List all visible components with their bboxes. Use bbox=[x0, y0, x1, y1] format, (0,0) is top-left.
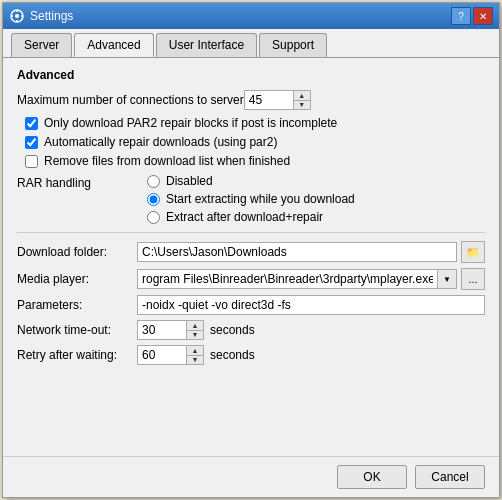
rar-radio-group: Disabled Start extracting while you down… bbox=[147, 174, 355, 224]
network-spin-buttons: ▲ ▼ bbox=[187, 320, 204, 340]
rar-extract-while-label: Start extracting while you download bbox=[166, 192, 355, 206]
network-timeout-input[interactable] bbox=[137, 320, 187, 340]
download-folder-input[interactable] bbox=[137, 242, 457, 262]
retry-spin-down[interactable]: ▼ bbox=[187, 355, 203, 364]
rar-extract-while-radio[interactable] bbox=[147, 193, 160, 206]
parameters-input[interactable] bbox=[137, 295, 485, 315]
retry-spinbox: ▲ ▼ bbox=[137, 345, 204, 365]
rar-extract-after-radio[interactable] bbox=[147, 211, 160, 224]
retry-spin-buttons: ▲ ▼ bbox=[187, 345, 204, 365]
footer: OK Cancel bbox=[3, 456, 499, 497]
tab-advanced[interactable]: Advanced bbox=[74, 33, 153, 57]
retry-seconds-label: seconds bbox=[210, 348, 255, 362]
title-bar-left: Settings bbox=[9, 8, 73, 24]
separator1 bbox=[17, 232, 485, 233]
media-player-row: Media player: ▼ ... bbox=[17, 268, 485, 290]
checkbox3[interactable] bbox=[25, 155, 38, 168]
network-timeout-label: Network time-out: bbox=[17, 323, 137, 337]
checkbox1[interactable] bbox=[25, 117, 38, 130]
network-timeout-row: Network time-out: ▲ ▼ seconds bbox=[17, 320, 485, 340]
network-spin-up[interactable]: ▲ bbox=[187, 321, 203, 330]
tab-support[interactable]: Support bbox=[259, 33, 327, 57]
checkbox2-label: Automatically repair downloads (using pa… bbox=[44, 135, 277, 149]
max-connections-label: Maximum number of connections to server bbox=[17, 93, 244, 107]
checkbox3-label: Remove files from download list when fin… bbox=[44, 154, 290, 168]
network-spin-down[interactable]: ▼ bbox=[187, 330, 203, 339]
rar-extract-after-label: Extract after download+repair bbox=[166, 210, 323, 224]
rar-disabled-label: Disabled bbox=[166, 174, 213, 188]
retry-spin-up[interactable]: ▲ bbox=[187, 346, 203, 355]
media-player-label: Media player: bbox=[17, 272, 137, 286]
rar-option3-row: Extract after download+repair bbox=[147, 210, 355, 224]
parameters-label: Parameters: bbox=[17, 298, 137, 312]
tab-server[interactable]: Server bbox=[11, 33, 72, 57]
max-connections-spinbox: ▲ ▼ bbox=[244, 90, 311, 110]
cancel-button[interactable]: Cancel bbox=[415, 465, 485, 489]
settings-title-icon bbox=[9, 8, 25, 24]
title-buttons: ? ✕ bbox=[451, 7, 493, 25]
media-player-combo: ▼ bbox=[137, 269, 457, 289]
section-title: Advanced bbox=[17, 68, 485, 82]
svg-point-1 bbox=[15, 14, 19, 18]
retry-row: Retry after waiting: ▲ ▼ seconds bbox=[17, 345, 485, 365]
settings-window: Settings ? ✕ Server Advanced User Interf… bbox=[2, 2, 500, 498]
tab-content: Advanced Maximum number of connections t… bbox=[3, 58, 499, 456]
max-connections-input[interactable] bbox=[244, 90, 294, 110]
parameters-row: Parameters: bbox=[17, 295, 485, 315]
media-player-input[interactable] bbox=[137, 269, 437, 289]
rar-handling-section: RAR handling Disabled Start extracting w… bbox=[17, 174, 485, 224]
title-bar: Settings ? ✕ bbox=[3, 3, 499, 29]
rar-disabled-radio[interactable] bbox=[147, 175, 160, 188]
combo-dropdown-button[interactable]: ▼ bbox=[437, 269, 457, 289]
download-folder-label: Download folder: bbox=[17, 245, 137, 259]
network-timeout-spinbox: ▲ ▼ bbox=[137, 320, 204, 340]
rar-handling-label: RAR handling bbox=[17, 174, 147, 190]
tab-user-interface[interactable]: User Interface bbox=[156, 33, 257, 57]
rar-option1-row: Disabled bbox=[147, 174, 355, 188]
media-player-browse-button[interactable]: ... bbox=[461, 268, 485, 290]
retry-label: Retry after waiting: bbox=[17, 348, 137, 362]
spin-buttons: ▲ ▼ bbox=[294, 90, 311, 110]
rar-option2-row: Start extracting while you download bbox=[147, 192, 355, 206]
network-seconds-label: seconds bbox=[210, 323, 255, 337]
ellipsis-icon: ... bbox=[468, 273, 477, 285]
download-folder-row: Download folder: 📁 bbox=[17, 241, 485, 263]
window-title: Settings bbox=[30, 9, 73, 23]
checkbox2-row: Automatically repair downloads (using pa… bbox=[25, 135, 485, 149]
checkbox1-label: Only download PAR2 repair blocks if post… bbox=[44, 116, 337, 130]
spin-up-button[interactable]: ▲ bbox=[294, 91, 310, 100]
close-button[interactable]: ✕ bbox=[473, 7, 493, 25]
checkbox1-row: Only download PAR2 repair blocks if post… bbox=[25, 116, 485, 130]
spin-down-button[interactable]: ▼ bbox=[294, 100, 310, 109]
max-connections-row: Maximum number of connections to server … bbox=[17, 90, 485, 110]
ok-button[interactable]: OK bbox=[337, 465, 407, 489]
folder-icon: 📁 bbox=[466, 246, 480, 259]
tab-bar: Server Advanced User Interface Support bbox=[3, 29, 499, 58]
browse-folder-button[interactable]: 📁 bbox=[461, 241, 485, 263]
retry-input[interactable] bbox=[137, 345, 187, 365]
help-button[interactable]: ? bbox=[451, 7, 471, 25]
checkbox3-row: Remove files from download list when fin… bbox=[25, 154, 485, 168]
checkbox2[interactable] bbox=[25, 136, 38, 149]
